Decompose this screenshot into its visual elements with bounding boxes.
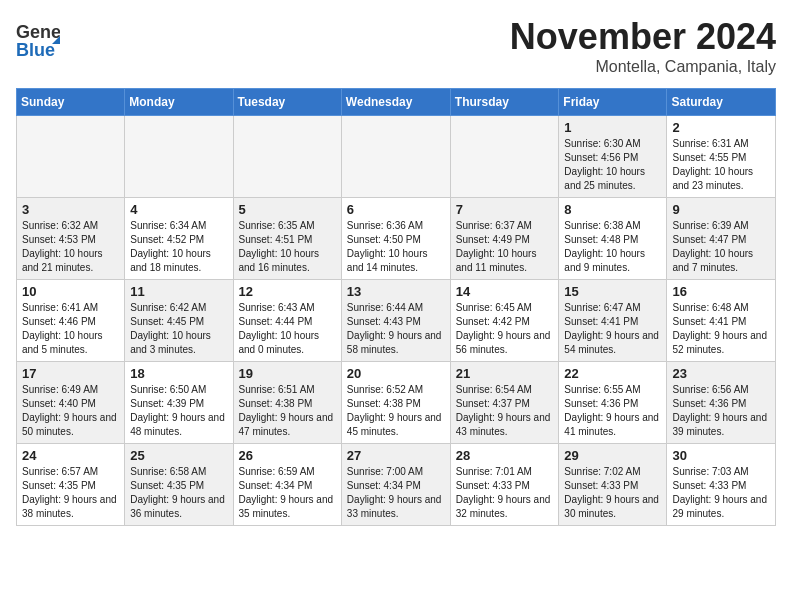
day-info: Sunrise: 6:51 AM Sunset: 4:38 PM Dayligh… (239, 383, 336, 439)
day-number: 14 (456, 284, 554, 299)
calendar-day-cell (17, 116, 125, 198)
logo-icon: General Blue (16, 16, 60, 60)
weekday-header-saturday: Saturday (667, 89, 776, 116)
day-number: 20 (347, 366, 445, 381)
calendar-week-4: 17Sunrise: 6:49 AM Sunset: 4:40 PM Dayli… (17, 362, 776, 444)
day-number: 13 (347, 284, 445, 299)
day-info: Sunrise: 6:39 AM Sunset: 4:47 PM Dayligh… (672, 219, 770, 275)
day-info: Sunrise: 6:45 AM Sunset: 4:42 PM Dayligh… (456, 301, 554, 357)
day-info: Sunrise: 6:59 AM Sunset: 4:34 PM Dayligh… (239, 465, 336, 521)
weekday-header-thursday: Thursday (450, 89, 559, 116)
calendar-day-cell (341, 116, 450, 198)
day-number: 29 (564, 448, 661, 463)
day-number: 2 (672, 120, 770, 135)
svg-text:General: General (16, 22, 60, 42)
day-info: Sunrise: 6:58 AM Sunset: 4:35 PM Dayligh… (130, 465, 227, 521)
day-info: Sunrise: 7:03 AM Sunset: 4:33 PM Dayligh… (672, 465, 770, 521)
day-number: 30 (672, 448, 770, 463)
svg-text:Blue: Blue (16, 40, 55, 60)
day-info: Sunrise: 7:00 AM Sunset: 4:34 PM Dayligh… (347, 465, 445, 521)
calendar-day-cell: 1Sunrise: 6:30 AM Sunset: 4:56 PM Daylig… (559, 116, 667, 198)
calendar-day-cell: 21Sunrise: 6:54 AM Sunset: 4:37 PM Dayli… (450, 362, 559, 444)
day-info: Sunrise: 6:50 AM Sunset: 4:39 PM Dayligh… (130, 383, 227, 439)
weekday-header-monday: Monday (125, 89, 233, 116)
calendar-day-cell: 3Sunrise: 6:32 AM Sunset: 4:53 PM Daylig… (17, 198, 125, 280)
calendar-day-cell (125, 116, 233, 198)
day-info: Sunrise: 6:32 AM Sunset: 4:53 PM Dayligh… (22, 219, 119, 275)
day-number: 3 (22, 202, 119, 217)
day-number: 5 (239, 202, 336, 217)
day-info: Sunrise: 6:35 AM Sunset: 4:51 PM Dayligh… (239, 219, 336, 275)
day-info: Sunrise: 6:30 AM Sunset: 4:56 PM Dayligh… (564, 137, 661, 193)
month-title: November 2024 (510, 16, 776, 58)
day-info: Sunrise: 6:37 AM Sunset: 4:49 PM Dayligh… (456, 219, 554, 275)
calendar-week-1: 1Sunrise: 6:30 AM Sunset: 4:56 PM Daylig… (17, 116, 776, 198)
day-info: Sunrise: 6:56 AM Sunset: 4:36 PM Dayligh… (672, 383, 770, 439)
calendar-day-cell: 13Sunrise: 6:44 AM Sunset: 4:43 PM Dayli… (341, 280, 450, 362)
calendar-day-cell: 4Sunrise: 6:34 AM Sunset: 4:52 PM Daylig… (125, 198, 233, 280)
calendar-week-2: 3Sunrise: 6:32 AM Sunset: 4:53 PM Daylig… (17, 198, 776, 280)
day-number: 15 (564, 284, 661, 299)
calendar-body: 1Sunrise: 6:30 AM Sunset: 4:56 PM Daylig… (17, 116, 776, 526)
calendar-week-3: 10Sunrise: 6:41 AM Sunset: 4:46 PM Dayli… (17, 280, 776, 362)
day-number: 23 (672, 366, 770, 381)
calendar-day-cell: 27Sunrise: 7:00 AM Sunset: 4:34 PM Dayli… (341, 444, 450, 526)
day-number: 10 (22, 284, 119, 299)
day-number: 21 (456, 366, 554, 381)
calendar-day-cell: 12Sunrise: 6:43 AM Sunset: 4:44 PM Dayli… (233, 280, 341, 362)
calendar-day-cell: 17Sunrise: 6:49 AM Sunset: 4:40 PM Dayli… (17, 362, 125, 444)
day-number: 8 (564, 202, 661, 217)
day-info: Sunrise: 7:01 AM Sunset: 4:33 PM Dayligh… (456, 465, 554, 521)
location-title: Montella, Campania, Italy (510, 58, 776, 76)
day-info: Sunrise: 6:55 AM Sunset: 4:36 PM Dayligh… (564, 383, 661, 439)
day-info: Sunrise: 6:54 AM Sunset: 4:37 PM Dayligh… (456, 383, 554, 439)
page-header: General Blue November 2024 Montella, Cam… (16, 16, 776, 76)
calendar-day-cell: 11Sunrise: 6:42 AM Sunset: 4:45 PM Dayli… (125, 280, 233, 362)
calendar-day-cell: 14Sunrise: 6:45 AM Sunset: 4:42 PM Dayli… (450, 280, 559, 362)
day-info: Sunrise: 6:38 AM Sunset: 4:48 PM Dayligh… (564, 219, 661, 275)
day-number: 24 (22, 448, 119, 463)
calendar-day-cell: 28Sunrise: 7:01 AM Sunset: 4:33 PM Dayli… (450, 444, 559, 526)
day-info: Sunrise: 7:02 AM Sunset: 4:33 PM Dayligh… (564, 465, 661, 521)
calendar-day-cell: 29Sunrise: 7:02 AM Sunset: 4:33 PM Dayli… (559, 444, 667, 526)
calendar-day-cell (233, 116, 341, 198)
day-info: Sunrise: 6:44 AM Sunset: 4:43 PM Dayligh… (347, 301, 445, 357)
calendar-day-cell: 10Sunrise: 6:41 AM Sunset: 4:46 PM Dayli… (17, 280, 125, 362)
day-number: 1 (564, 120, 661, 135)
day-number: 25 (130, 448, 227, 463)
calendar-day-cell: 19Sunrise: 6:51 AM Sunset: 4:38 PM Dayli… (233, 362, 341, 444)
weekday-header-sunday: Sunday (17, 89, 125, 116)
calendar-day-cell: 8Sunrise: 6:38 AM Sunset: 4:48 PM Daylig… (559, 198, 667, 280)
weekday-header-friday: Friday (559, 89, 667, 116)
calendar-day-cell (450, 116, 559, 198)
day-number: 27 (347, 448, 445, 463)
day-number: 16 (672, 284, 770, 299)
day-number: 7 (456, 202, 554, 217)
day-info: Sunrise: 6:31 AM Sunset: 4:55 PM Dayligh… (672, 137, 770, 193)
day-number: 19 (239, 366, 336, 381)
calendar-day-cell: 23Sunrise: 6:56 AM Sunset: 4:36 PM Dayli… (667, 362, 776, 444)
weekday-header-row: SundayMondayTuesdayWednesdayThursdayFrid… (17, 89, 776, 116)
day-number: 9 (672, 202, 770, 217)
day-info: Sunrise: 6:48 AM Sunset: 4:41 PM Dayligh… (672, 301, 770, 357)
day-info: Sunrise: 6:43 AM Sunset: 4:44 PM Dayligh… (239, 301, 336, 357)
day-info: Sunrise: 6:36 AM Sunset: 4:50 PM Dayligh… (347, 219, 445, 275)
calendar-day-cell: 7Sunrise: 6:37 AM Sunset: 4:49 PM Daylig… (450, 198, 559, 280)
calendar-day-cell: 24Sunrise: 6:57 AM Sunset: 4:35 PM Dayli… (17, 444, 125, 526)
calendar-day-cell: 26Sunrise: 6:59 AM Sunset: 4:34 PM Dayli… (233, 444, 341, 526)
day-info: Sunrise: 6:47 AM Sunset: 4:41 PM Dayligh… (564, 301, 661, 357)
day-info: Sunrise: 6:42 AM Sunset: 4:45 PM Dayligh… (130, 301, 227, 357)
weekday-header-tuesday: Tuesday (233, 89, 341, 116)
calendar-day-cell: 2Sunrise: 6:31 AM Sunset: 4:55 PM Daylig… (667, 116, 776, 198)
day-number: 26 (239, 448, 336, 463)
calendar-day-cell: 15Sunrise: 6:47 AM Sunset: 4:41 PM Dayli… (559, 280, 667, 362)
day-info: Sunrise: 6:34 AM Sunset: 4:52 PM Dayligh… (130, 219, 227, 275)
calendar-day-cell: 18Sunrise: 6:50 AM Sunset: 4:39 PM Dayli… (125, 362, 233, 444)
day-info: Sunrise: 6:49 AM Sunset: 4:40 PM Dayligh… (22, 383, 119, 439)
day-number: 18 (130, 366, 227, 381)
calendar-day-cell: 6Sunrise: 6:36 AM Sunset: 4:50 PM Daylig… (341, 198, 450, 280)
logo: General Blue (16, 16, 60, 64)
calendar-day-cell: 30Sunrise: 7:03 AM Sunset: 4:33 PM Dayli… (667, 444, 776, 526)
day-number: 11 (130, 284, 227, 299)
calendar-day-cell: 16Sunrise: 6:48 AM Sunset: 4:41 PM Dayli… (667, 280, 776, 362)
